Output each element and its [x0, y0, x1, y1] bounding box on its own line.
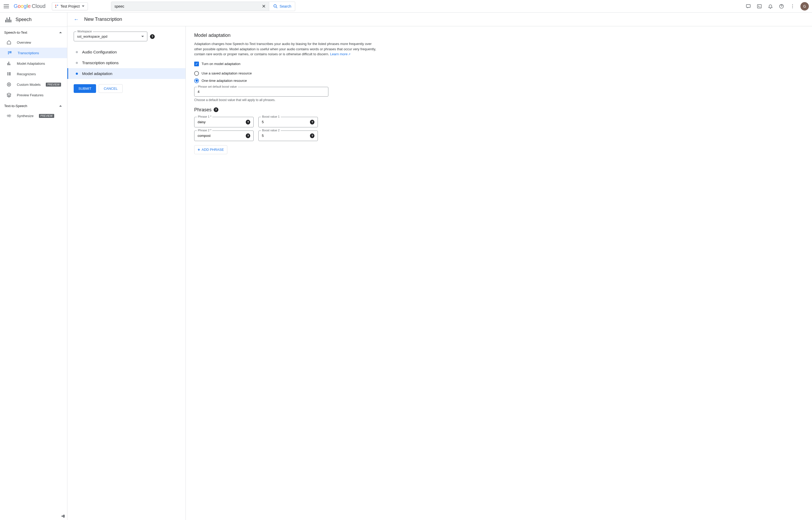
- project-selector[interactable]: Test Project: [52, 2, 88, 10]
- search-input-wrap[interactable]: ✕: [111, 2, 269, 11]
- radio-label: One-time adaptation resource: [202, 79, 247, 83]
- svg-rect-12: [8, 54, 9, 54]
- radio-saved-resource[interactable]: [194, 71, 199, 76]
- nav-recognizers[interactable]: Recognizers: [0, 69, 67, 79]
- boost-field-label: Phrase set default boost value: [197, 85, 238, 88]
- cancel-button[interactable]: CANCEL: [99, 84, 123, 93]
- nav-preview-features[interactable]: Preview Features: [0, 90, 67, 100]
- boost-input-1[interactable]: [262, 120, 310, 124]
- speech-icon: [5, 17, 11, 22]
- phrase-label: Phrase 1 *: [197, 115, 212, 118]
- boost-input-2[interactable]: [262, 134, 310, 138]
- collapse-sidebar-icon[interactable]: ◂▮: [61, 514, 65, 518]
- sidebar-title[interactable]: Speech: [0, 12, 67, 27]
- svg-rect-25: [8, 114, 8, 117]
- gear-circle-icon: [6, 82, 11, 87]
- svg-point-22: [7, 83, 10, 86]
- workspace-select[interactable]: sst_workspace_ppd: [74, 32, 147, 41]
- radio-label: Use a saved adaptation resource: [202, 71, 252, 75]
- svg-point-7: [792, 7, 793, 8]
- menu-icon[interactable]: [3, 3, 9, 9]
- svg-rect-2: [746, 4, 751, 7]
- list-icon: [7, 50, 12, 55]
- svg-rect-10: [8, 52, 9, 53]
- help-tooltip-icon[interactable]: ?: [246, 120, 250, 125]
- svg-rect-20: [7, 75, 8, 76]
- step-transcription-options[interactable]: Transcription options: [74, 57, 179, 68]
- step-model-adaptation[interactable]: Model adaptation: [68, 68, 185, 79]
- svg-rect-8: [8, 51, 9, 52]
- chevron-up-icon: [59, 105, 62, 107]
- svg-point-6: [792, 6, 793, 6]
- chat-icon[interactable]: [745, 3, 752, 9]
- nav-model-adaptations[interactable]: Model Adaptations: [0, 58, 67, 69]
- svg-rect-19: [9, 73, 10, 74]
- help-tooltip-icon[interactable]: ?: [310, 120, 314, 125]
- nav-section-tts[interactable]: Text-to-Speech: [0, 100, 67, 110]
- search-button[interactable]: Search: [269, 2, 295, 11]
- plus-icon: +: [198, 147, 200, 152]
- phrase-input-2[interactable]: [198, 134, 246, 138]
- svg-rect-16: [7, 72, 8, 73]
- svg-rect-21: [9, 75, 10, 76]
- preview-badge: PREVIEW: [39, 114, 54, 118]
- phrases-title: Phrases: [194, 107, 212, 113]
- enable-adaptation-checkbox[interactable]: ✓: [194, 61, 199, 66]
- home-icon: [6, 40, 11, 45]
- page-title: New Transcription: [84, 17, 122, 22]
- boost-label: Boost value 1: [261, 115, 281, 118]
- svg-line-1: [276, 7, 277, 8]
- chevron-up-icon: [59, 32, 62, 33]
- step-audio-config[interactable]: Audio Configuration: [74, 47, 179, 57]
- checkbox-label: Turn on model adaptation: [202, 62, 240, 66]
- chevron-down-icon: [82, 5, 84, 7]
- svg-rect-17: [9, 72, 10, 73]
- svg-rect-18: [7, 73, 8, 74]
- step-dot-icon: [76, 62, 78, 64]
- svg-rect-27: [10, 114, 10, 118]
- help-tooltip-icon[interactable]: ?: [310, 133, 314, 138]
- nav-synthesize[interactable]: Synthesize PREVIEW: [0, 110, 67, 121]
- nav-transcriptions[interactable]: Transcriptions: [0, 48, 67, 58]
- svg-rect-11: [9, 52, 11, 53]
- svg-rect-24: [7, 115, 8, 116]
- phrase-input-1[interactable]: [198, 120, 246, 124]
- gcp-logo[interactable]: Google Cloud: [14, 3, 46, 9]
- preview-badge: PREVIEW: [46, 83, 61, 86]
- radio-onetime-resource[interactable]: [194, 78, 199, 83]
- section-title: Model adaptation: [194, 33, 377, 38]
- nav-custom-models[interactable]: Custom Models PREVIEW: [0, 79, 67, 90]
- chevron-down-icon: [141, 36, 144, 37]
- back-arrow-icon[interactable]: ←: [74, 16, 79, 22]
- nav-section-stt[interactable]: Speech-to-Text: [0, 27, 67, 37]
- svg-rect-13: [7, 63, 8, 65]
- nav-overview[interactable]: Overview: [0, 37, 67, 48]
- add-phrase-button[interactable]: + ADD PHRASE: [194, 145, 227, 154]
- project-name: Test Project: [60, 4, 80, 8]
- step-dot-icon: [76, 73, 78, 75]
- search-icon: [273, 4, 278, 9]
- svg-point-0: [273, 4, 276, 7]
- cloudshell-icon[interactable]: [756, 3, 762, 9]
- svg-rect-26: [9, 115, 9, 116]
- boost-value-input[interactable]: [198, 90, 325, 94]
- clear-search-icon[interactable]: ✕: [262, 3, 266, 9]
- section-description: Adaptation changes how Speech-to-Text tr…: [194, 41, 377, 57]
- svg-rect-15: [10, 64, 10, 65]
- boost-helper-text: Choose a default boost value that will a…: [194, 98, 377, 102]
- submit-button[interactable]: SUBMIT: [74, 84, 96, 93]
- svg-point-23: [8, 84, 10, 85]
- learn-more-link[interactable]: Learn more: [330, 52, 350, 56]
- svg-rect-28: [10, 115, 11, 116]
- search-input[interactable]: [114, 4, 262, 8]
- help-icon[interactable]: [778, 3, 785, 9]
- svg-rect-14: [8, 61, 9, 65]
- help-tooltip-icon[interactable]: ?: [214, 107, 218, 112]
- phrase-label: Phrase 2 *: [197, 129, 212, 132]
- avatar[interactable]: G: [801, 2, 809, 10]
- workspace-label: Workspace: [76, 30, 93, 33]
- more-icon[interactable]: [789, 3, 796, 9]
- notifications-icon[interactable]: [767, 3, 774, 9]
- help-tooltip-icon[interactable]: ?: [246, 133, 250, 138]
- help-tooltip-icon[interactable]: ?: [150, 34, 155, 39]
